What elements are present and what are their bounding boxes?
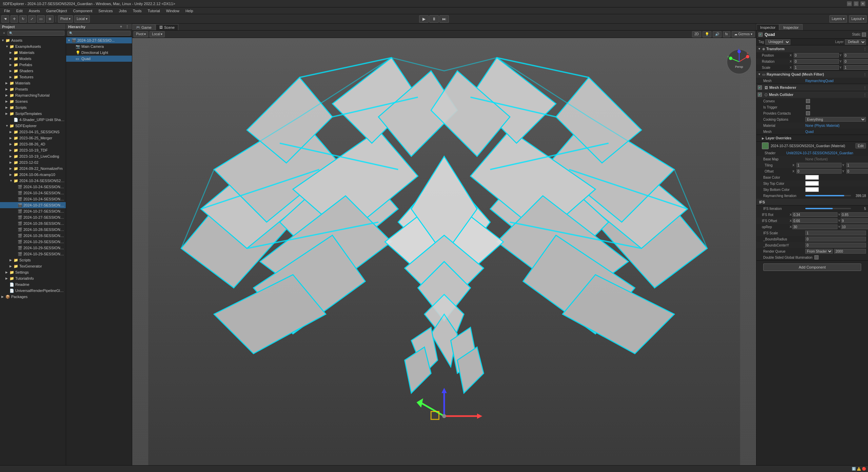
project-item-tdf[interactable]: ▶ 📁 2023-10-19_TDF — [0, 147, 66, 153]
hand-tool-btn[interactable]: ☚ — [1, 15, 9, 23]
sky-top-swatch[interactable] — [805, 181, 819, 186]
project-item-presets[interactable]: ▶ 📁 Presets — [0, 86, 66, 92]
static-checkbox[interactable] — [862, 33, 866, 37]
2d-btn[interactable]: 2D — [692, 31, 701, 37]
position-y-input[interactable] — [844, 53, 868, 58]
hierarchy-item-light[interactable]: 💡 Directional Light — [66, 50, 132, 56]
project-item-prefabs[interactable]: ▶ 📁 Prefabs — [0, 62, 66, 68]
light-toggle-btn[interactable]: 💡 — [703, 31, 711, 37]
meshfilter-more-icon[interactable]: ⋮ — [863, 73, 867, 76]
close-btn[interactable]: ✕ — [861, 1, 865, 6]
project-item-sessions-2023-04[interactable]: ▶ 📁 2023-04-15_SESSIONS — [0, 129, 66, 135]
transform-tool-btn[interactable]: ⊕ — [46, 15, 54, 23]
project-item-scene-2[interactable]: 🎬 2024-10-24-SESSIONS2024 — [0, 190, 66, 196]
provides-contacts-checkbox[interactable] — [806, 111, 810, 115]
project-add-btn[interactable]: + — [1, 31, 7, 36]
mesh-renderer-checkbox[interactable]: ✓ — [758, 85, 762, 90]
maximize-btn[interactable]: □ — [854, 1, 859, 6]
project-item-shaders[interactable]: ▶ 📁 Shaders — [0, 68, 66, 74]
cooking-options-select[interactable]: Everything — [805, 117, 866, 122]
oprep-y[interactable] — [841, 224, 868, 229]
project-item-4d[interactable]: ▶ 📁 2023-08-26_4D — [0, 141, 66, 147]
project-item-scripttemplates[interactable]: ▶ 📁 ScriptTemplates — [0, 111, 66, 117]
step-btn[interactable]: ⏭ — [439, 15, 449, 23]
position-x-input[interactable] — [794, 53, 839, 58]
project-item-texgen[interactable]: ▶ 📁 TexGenerator — [0, 263, 66, 269]
layers-btn[interactable]: Layers ▾ — [829, 15, 847, 23]
sky-bottom-swatch[interactable] — [805, 187, 819, 192]
effects-toggle-btn[interactable]: fx — [723, 31, 730, 37]
shader-value[interactable]: Unlit/2024-10-27-SESSIONS2024_Guardian — [786, 151, 866, 155]
tab-inspector[interactable]: Inspector — [756, 24, 779, 30]
transform-header[interactable]: ▼ ⊕ Transform ⋮ — [756, 45, 868, 52]
hierarchy-item-quad[interactable]: ▭ Quad — [66, 56, 132, 62]
add-component-btn[interactable]: Add Component — [763, 263, 861, 271]
tag-select[interactable]: Untagged — [765, 39, 790, 45]
project-item-urp-settings[interactable]: 📄 UniversalRenderPipelineGlobalSettings — [0, 288, 66, 294]
base-color-swatch[interactable] — [805, 175, 819, 180]
menu-assets[interactable]: Assets — [26, 8, 43, 14]
scale-x-input[interactable] — [794, 65, 839, 70]
convex-checkbox[interactable] — [806, 99, 810, 103]
double-sided-gi-checkbox[interactable] — [814, 255, 818, 259]
object-active-checkbox[interactable]: ✓ — [758, 33, 763, 37]
hierarchy-item-camera[interactable]: 📷 Main Camera — [66, 43, 132, 50]
is-trigger-checkbox[interactable] — [806, 105, 810, 109]
layer-overrides-header[interactable]: ▶ Layer Overrides — [756, 135, 868, 142]
project-item-exampleassets[interactable]: ▼ 📁 ExampleAssets — [0, 43, 66, 50]
project-item-models[interactable]: ▶ 📁 Models — [0, 56, 66, 62]
menu-window[interactable]: Window — [163, 8, 182, 14]
transform-more-icon[interactable]: ⋮ — [863, 47, 867, 51]
render-queue-value[interactable] — [834, 249, 866, 254]
ifs-iter-track[interactable] — [805, 208, 851, 209]
project-item-sdfexplorer[interactable]: ▼ 📁 SDFExplorer — [0, 123, 66, 129]
project-item-fighter-3[interactable]: 🎬 2024-10-29-SESSIONS2029_Fighter — [0, 251, 66, 257]
project-item-raymarching[interactable]: ▶ 📁 RaymarchingTutorial — [0, 92, 66, 98]
menu-edit[interactable]: Edit — [14, 8, 25, 14]
hierarchy-item-scene[interactable]: ▼ 🎬 2024-10-27-SESSIO... — [66, 37, 132, 43]
layer-select[interactable]: Default — [845, 39, 866, 45]
project-item-livecoding[interactable]: ▶ 📁 2023-10-19_LiveCoding — [0, 153, 66, 159]
project-item-scripts[interactable]: ▶ 📁 Scripts — [0, 104, 66, 111]
rotation-x-input[interactable] — [794, 59, 839, 64]
local-btn[interactable]: Local ▾ — [74, 15, 90, 23]
pause-btn[interactable]: ⏸ — [429, 15, 439, 23]
project-item-tutorialinfo[interactable]: ▶ 📁 TutorialInfo — [0, 275, 66, 281]
bounds-centery-input[interactable] — [805, 243, 866, 248]
project-item-2023-12[interactable]: ▶ 📁 2023-12-02 — [0, 159, 66, 165]
tab-game[interactable]: 🎮 Game — [132, 24, 155, 30]
menu-help[interactable]: Help — [183, 8, 196, 14]
project-item-packages[interactable]: ▶ 📦 Packages — [0, 294, 66, 300]
meshrenderer-more-icon[interactable]: ⋮ — [863, 86, 867, 90]
local-dropdown[interactable]: Local ▾ — [150, 31, 165, 37]
ifs-offset-x[interactable] — [792, 218, 837, 223]
minimize-btn[interactable]: — — [847, 1, 852, 6]
project-item-normalizefm[interactable]: ▶ 📁 2024-09-22_NormalizeFm — [0, 165, 66, 172]
menu-tutorial[interactable]: Tutorial — [145, 8, 162, 14]
mesh-collider-header[interactable]: ✓ ⬡ Mesh Collider ⋮ — [756, 91, 868, 98]
menu-tools[interactable]: Tools — [130, 8, 144, 14]
menu-services[interactable]: Services — [96, 8, 115, 14]
project-item-sessions2024[interactable]: ▼ 📁 2024-10-24-SESSIONS2024 — [0, 178, 66, 184]
project-item-materials2[interactable]: ▶ 📁 Materials — [0, 80, 66, 86]
rotation-y-input[interactable] — [844, 59, 868, 64]
project-item-fighter-1[interactable]: 🎬 2024-10-29-SESSIONS2029_Fighter — [0, 239, 66, 245]
project-item-scripts2[interactable]: ▶ 📁 Scripts — [0, 257, 66, 263]
mesh-collider-checkbox[interactable]: ✓ — [758, 93, 762, 97]
pivot-dropdown[interactable]: Pivot ▾ — [134, 31, 148, 37]
project-item-settings[interactable]: ▶ 📁 Settings — [0, 269, 66, 275]
rect-tool-btn[interactable]: ▭ — [37, 15, 45, 23]
scene-canvas[interactable]: X Y Z Persp — [132, 38, 756, 465]
ifs-rot-y[interactable] — [841, 212, 868, 217]
hierarchy-search[interactable]: 🔍 — [67, 31, 131, 36]
gizmos-btn[interactable]: ☁ Gizmos ▾ — [732, 31, 755, 37]
menu-jobs[interactable]: Jobs — [116, 8, 130, 14]
scale-tool-btn[interactable]: ⤢ — [28, 15, 36, 23]
mesh-filter-header[interactable]: ▼ ▭ Raymarching Quad (Mesh Filter) ⋮ — [756, 71, 868, 78]
project-item-scene-1[interactable]: 🎬 2024-10-24-SESSIONS2024 — [0, 184, 66, 190]
project-item-readme[interactable]: 📄 Readme — [0, 281, 66, 288]
move-tool-btn[interactable]: ✛ — [11, 15, 18, 23]
scale-y-input[interactable] — [844, 65, 868, 70]
hierarchy-more-btn[interactable]: ⋮ — [124, 24, 130, 29]
project-item-textures[interactable]: ▶ 📁 Textures — [0, 74, 66, 80]
